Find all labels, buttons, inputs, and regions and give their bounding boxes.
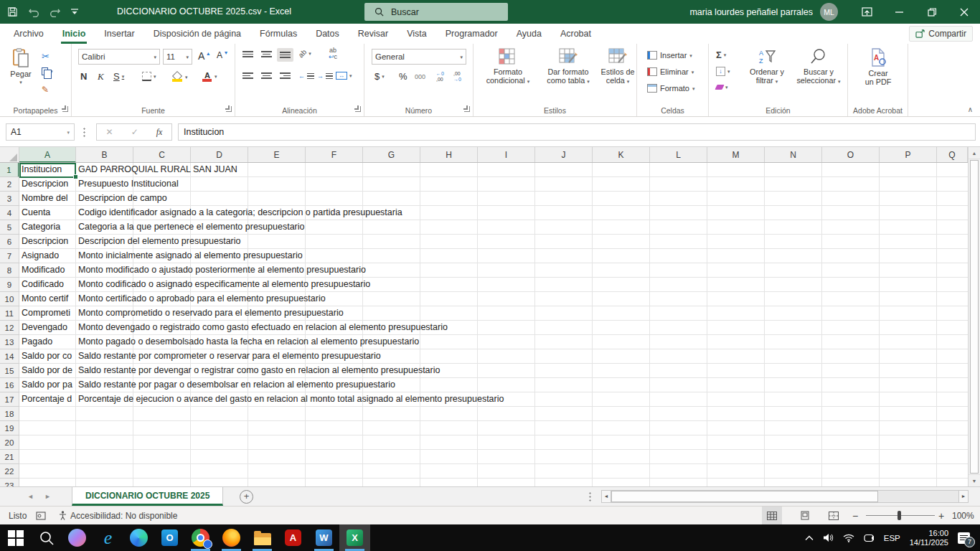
- conditional-formatting-button[interactable]: Formatocondicional ▾: [481, 48, 535, 85]
- ribbon-tab-ayuda[interactable]: Ayuda: [507, 24, 551, 44]
- ribbon-display-options-button[interactable]: [851, 0, 883, 24]
- grid-row-17[interactable]: Porcentaje dPorcentaje de ejecucion o av…: [19, 392, 968, 407]
- taskbar-acrobat-button[interactable]: A: [278, 524, 308, 551]
- find-select-button[interactable]: Buscar yseleccionar ▾: [792, 48, 845, 85]
- paste-dropdown[interactable]: ▾: [19, 80, 22, 85]
- column-header-c[interactable]: C: [133, 147, 191, 163]
- grid-row-14[interactable]: Saldo por coSaldo restante por compromet…: [19, 349, 968, 364]
- orientation-button[interactable]: ab▾: [298, 50, 311, 57]
- grid-row-11[interactable]: ComprometiMonto comprometido o reservado…: [19, 306, 968, 321]
- page-break-view-button[interactable]: [824, 507, 844, 524]
- grid-row-13[interactable]: PagadoMonto pagado o desembolsado hasta …: [19, 335, 968, 349]
- horizontal-scroll-thumb[interactable]: [611, 491, 878, 502]
- row-header-12[interactable]: 12: [0, 321, 19, 335]
- create-pdf-button[interactable]: A Crearun PDF: [857, 48, 900, 86]
- grid-row-5[interactable]: CategoriaCategoria a la que pertenece el…: [19, 220, 968, 235]
- accounting-format-button[interactable]: $▾: [374, 71, 385, 82]
- align-middle-button[interactable]: [261, 51, 272, 57]
- insert-function-icon[interactable]: fx: [156, 127, 163, 138]
- row-header-8[interactable]: 8: [0, 263, 19, 278]
- grid-row-21[interactable]: [19, 450, 968, 464]
- alignment-dialog-launcher[interactable]: [355, 106, 361, 112]
- ribbon-tab-f-rmulas[interactable]: Fórmulas: [250, 24, 306, 44]
- grid-row-7[interactable]: AsignadoMonto inicialmente asignado al e…: [19, 249, 968, 263]
- clipboard-dialog-launcher[interactable]: [62, 106, 68, 112]
- grid-row-4[interactable]: CuentaCodigo identificador asignado a la…: [19, 206, 968, 220]
- row-header-17[interactable]: 17: [0, 392, 19, 407]
- ribbon-tab-programador[interactable]: Programador: [436, 24, 507, 44]
- row-header-23[interactable]: 23: [0, 479, 19, 486]
- redo-icon[interactable]: [50, 7, 61, 17]
- insert-cells-button[interactable]: Insertar▾: [647, 51, 692, 60]
- select-all-corner[interactable]: [0, 147, 19, 163]
- format-cells-button[interactable]: Formato▾: [647, 84, 694, 93]
- grid-row-19[interactable]: [19, 421, 968, 435]
- taskbar-chrome-button[interactable]: [185, 524, 216, 551]
- undo-icon[interactable]: [28, 7, 39, 17]
- row-header-11[interactable]: 11: [0, 306, 19, 321]
- taskbar-explorer-button[interactable]: [247, 524, 278, 551]
- taskbar-word-button[interactable]: W: [308, 524, 339, 551]
- row-header-7[interactable]: 7: [0, 249, 19, 263]
- collapse-ribbon-icon[interactable]: ∧: [968, 105, 973, 113]
- autosum-button[interactable]: Σ▾: [716, 50, 726, 60]
- row-header-2[interactable]: 2: [0, 177, 19, 192]
- percent-style-button[interactable]: %: [399, 71, 407, 82]
- zoom-out-button[interactable]: −: [852, 507, 858, 524]
- clear-button[interactable]: ▾: [716, 85, 728, 90]
- row-header-18[interactable]: 18: [0, 407, 19, 421]
- close-button[interactable]: [948, 0, 980, 24]
- format-as-table-button[interactable]: Dar formatocomo tabla ▾: [540, 48, 597, 85]
- row-header-22[interactable]: 22: [0, 464, 19, 479]
- increase-decimal-button[interactable]: ←0,00: [436, 71, 444, 83]
- wifi-icon[interactable]: [843, 534, 854, 542]
- row-header-5[interactable]: 5: [0, 220, 19, 235]
- avatar[interactable]: ML: [820, 3, 838, 21]
- ribbon-tab-revisar[interactable]: Revisar: [349, 24, 397, 44]
- font-color-button[interactable]: A▾: [202, 71, 217, 82]
- grid-row-18[interactable]: [19, 407, 968, 421]
- font-size-select[interactable]: 11▾: [163, 49, 192, 65]
- taskbar-firefox-button[interactable]: [216, 524, 247, 551]
- accessibility-status[interactable]: Accesibilidad: No disponible: [59, 507, 177, 524]
- copy-button[interactable]: ▾: [42, 67, 53, 75]
- grid-row-1[interactable]: InstitucionGAD PARROQUIAL RURAL SAN JUAN: [19, 163, 968, 177]
- italic-button[interactable]: K: [98, 71, 104, 83]
- column-header-o[interactable]: O: [822, 147, 880, 163]
- underline-button[interactable]: S▾: [113, 71, 124, 82]
- decrease-indent-button[interactable]: ←: [298, 72, 314, 80]
- row-header-13[interactable]: 13: [0, 335, 19, 349]
- align-bottom-button[interactable]: [277, 48, 293, 62]
- tray-chevron-icon[interactable]: [805, 535, 814, 541]
- cancel-entry-icon[interactable]: ✕: [106, 127, 113, 137]
- grid-row-8[interactable]: ModificadoMonto modificado o ajustado po…: [19, 263, 968, 278]
- row-header-6[interactable]: 6: [0, 235, 19, 249]
- next-sheet-icon[interactable]: ►: [44, 487, 51, 506]
- column-header-i[interactable]: I: [478, 147, 535, 163]
- ribbon-tab-acrobat[interactable]: Acrobat: [551, 24, 600, 44]
- taskbar-start-button[interactable]: [0, 524, 31, 551]
- clock[interactable]: 16:00 14/11/2025: [910, 529, 948, 547]
- share-button[interactable]: Compartir: [909, 26, 973, 42]
- scroll-right-icon[interactable]: ►: [958, 491, 968, 502]
- delete-cells-button[interactable]: Eliminar▾: [647, 67, 694, 76]
- minimize-button[interactable]: [883, 0, 915, 24]
- row-header-10[interactable]: 10: [0, 292, 19, 306]
- zoom-slider-handle[interactable]: [897, 511, 901, 520]
- sheet-tab[interactable]: DICCIONARIO OCTUBRE 2025: [72, 487, 223, 506]
- spreadsheet-grid[interactable]: InstitucionGAD PARROQUIAL RURAL SAN JUAN…: [19, 163, 968, 486]
- column-header-j[interactable]: J: [535, 147, 593, 163]
- column-header-g[interactable]: G: [363, 147, 420, 163]
- ribbon-tab-archivo[interactable]: Archivo: [4, 24, 53, 44]
- name-box[interactable]: A1▾: [6, 123, 75, 141]
- ribbon-tab-datos[interactable]: Datos: [306, 24, 349, 44]
- language-indicator[interactable]: ESP: [884, 534, 900, 542]
- row-header-21[interactable]: 21: [0, 450, 19, 464]
- font-name-select[interactable]: Calibri▾: [78, 49, 160, 65]
- column-header-d[interactable]: D: [191, 147, 248, 163]
- paste-button[interactable]: Pegar ▾: [4, 48, 37, 85]
- grid-row-2[interactable]: DescripcionPresupuesto Institucional: [19, 177, 968, 192]
- grid-row-10[interactable]: Monto certifMonto certificado o aprobado…: [19, 292, 968, 306]
- column-header-k[interactable]: K: [593, 147, 650, 163]
- scroll-left-icon[interactable]: ◄: [602, 491, 611, 502]
